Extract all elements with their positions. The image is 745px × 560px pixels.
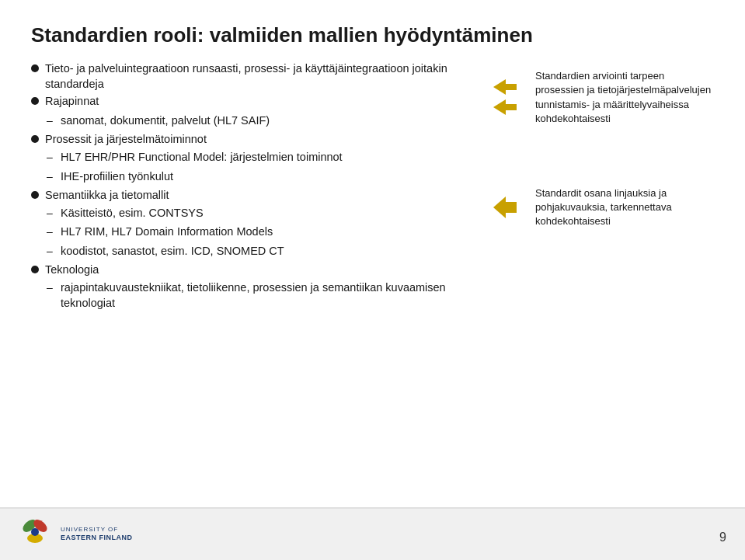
sub-dash: – bbox=[47, 244, 56, 259]
bullet-dot bbox=[31, 97, 39, 105]
logo-area: UNIVERSITY OF EASTERN FINLAND bbox=[16, 515, 133, 554]
arrow-svg-2 bbox=[489, 194, 521, 221]
slide-title: Standardien rooli: valmiiden mallien hyö… bbox=[31, 23, 714, 47]
bullet-dot bbox=[31, 191, 39, 199]
page-number: 9 bbox=[719, 530, 726, 544]
bullet-dot bbox=[31, 135, 39, 143]
list-item: – HL7 EHR/PHR Functional Model: järjeste… bbox=[31, 150, 481, 165]
list-item: – sanomat, dokumentit, palvelut (HL7 SAI… bbox=[31, 113, 481, 129]
footer-bar: UNIVERSITY OF EASTERN FINLAND 9 bbox=[0, 507, 745, 560]
list-item: Teknologia bbox=[31, 263, 481, 278]
callout-text-2: Standardit osana linjauksia ja pohjakuva… bbox=[535, 186, 714, 229]
logo-university-line2: EASTERN FINLAND bbox=[61, 534, 133, 543]
item-text: rajapintakuvaustekniikat, tietoliikenne,… bbox=[61, 280, 481, 311]
item-text: koodistot, sanastot, esim. ICD, SNOMED C… bbox=[61, 244, 481, 259]
bullet-dot bbox=[31, 266, 39, 273]
right-column: Standardien arviointi tarpeen prosessien… bbox=[489, 61, 714, 315]
uef-logo: UNIVERSITY OF EASTERN FINLAND bbox=[16, 515, 133, 554]
slide-container: Standardien rooli: valmiiden mallien hyö… bbox=[0, 0, 745, 560]
bullet-list: Tieto- ja palveluintegraatioon runsaasti… bbox=[31, 61, 481, 311]
item-text: HL7 EHR/PHR Functional Model: järjestelm… bbox=[61, 150, 481, 165]
bullet-dot bbox=[31, 64, 39, 72]
logo-text: UNIVERSITY OF EASTERN FINLAND bbox=[61, 526, 133, 543]
svg-marker-0 bbox=[493, 79, 517, 95]
callout-text-1: Standardien arviointi tarpeen prosessien… bbox=[535, 69, 714, 126]
main-content: Tieto- ja palveluintegraatioon runsaasti… bbox=[31, 61, 714, 315]
sub-dash: – bbox=[47, 206, 56, 221]
svg-marker-2 bbox=[493, 197, 517, 218]
item-text: Tieto- ja palveluintegraatioon runsaasti… bbox=[45, 61, 481, 92]
svg-point-6 bbox=[31, 528, 39, 536]
item-text: Prosessit ja järjestelmätoiminnot bbox=[45, 132, 481, 148]
list-item: Tieto- ja palveluintegraatioon runsaasti… bbox=[31, 61, 481, 92]
item-text: sanomat, dokumentit, palvelut (HL7 SAIF) bbox=[61, 113, 481, 129]
logo-university-line1: UNIVERSITY OF bbox=[61, 526, 133, 534]
callout-row-1: Standardien arviointi tarpeen prosessien… bbox=[489, 69, 714, 126]
uef-logo-graphic bbox=[16, 515, 54, 554]
item-text: Teknologia bbox=[45, 263, 481, 278]
sub-dash: – bbox=[47, 150, 56, 165]
arrow-svg-1 bbox=[489, 76, 521, 119]
item-text: HL7 RIM, HL7 Domain Information Models bbox=[61, 224, 481, 240]
list-item: – HL7 RIM, HL7 Domain Information Models bbox=[31, 224, 481, 240]
arrow-icon-2 bbox=[489, 194, 521, 221]
item-text: Käsitteistö, esim. CONTSYS bbox=[61, 206, 481, 221]
list-item: – IHE-profiilien työnkulut bbox=[31, 169, 481, 185]
list-item: Prosessit ja järjestelmätoiminnot bbox=[31, 132, 481, 148]
left-column: Tieto- ja palveluintegraatioon runsaasti… bbox=[31, 61, 481, 315]
item-text: Semantiikka ja tietomallit bbox=[45, 188, 481, 203]
item-text: IHE-profiilien työnkulut bbox=[61, 169, 481, 185]
list-item: Semantiikka ja tietomallit bbox=[31, 188, 481, 203]
sub-dash: – bbox=[47, 224, 56, 239]
list-item: – koodistot, sanastot, esim. ICD, SNOMED… bbox=[31, 244, 481, 259]
sub-dash: – bbox=[47, 169, 56, 184]
svg-marker-1 bbox=[493, 99, 517, 115]
list-item: – rajapintakuvaustekniikat, tietoliikenn… bbox=[31, 280, 481, 311]
list-item: – Käsitteistö, esim. CONTSYS bbox=[31, 206, 481, 221]
list-item: Rajapinnat bbox=[31, 94, 481, 110]
sub-dash: – bbox=[47, 280, 56, 295]
item-text: Rajapinnat bbox=[45, 94, 481, 110]
sub-dash: – bbox=[47, 113, 56, 128]
callout-row-2: Standardit osana linjauksia ja pohjakuva… bbox=[489, 186, 714, 229]
arrow-icon-1 bbox=[489, 76, 521, 119]
